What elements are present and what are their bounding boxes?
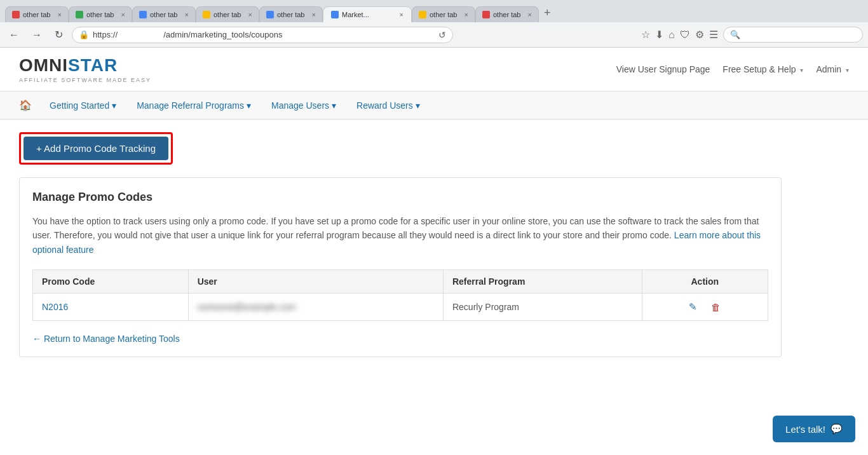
- tab-close-12[interactable]: ×: [528, 11, 532, 18]
- table-row: N2016 someone@example.com Recurly Progra…: [33, 294, 768, 321]
- tab-favicon-1: [12, 11, 20, 18]
- logo-tagline: AFFILIATE SOFTWARE MADE EASY: [19, 77, 151, 83]
- address-bar: ← → ↻ 🔒 ↺ ☆ ⬇ ⌂ 🛡 ⚙ ☰ 🔍: [0, 22, 868, 47]
- extensions-icon[interactable]: ⚙: [695, 29, 704, 41]
- edit-button[interactable]: ✎: [685, 300, 701, 314]
- new-tab-button[interactable]: +: [539, 4, 556, 22]
- panel-title: Manage Promo Codes: [32, 191, 768, 204]
- admin-dropdown-arrow: ▾: [846, 67, 849, 74]
- reload-icon[interactable]: ↺: [438, 30, 446, 40]
- logo-omni: OMNI: [19, 55, 68, 75]
- referral-program-cell: Recurly Program: [443, 294, 642, 321]
- admin-link[interactable]: Admin ▾: [816, 64, 849, 74]
- browser-tab-4[interactable]: other tab ×: [196, 6, 259, 22]
- home-icon[interactable]: ⌂: [668, 29, 675, 41]
- logo: OMNISTAR AFFILIATE SOFTWARE MADE EASY: [19, 55, 151, 83]
- tab-favicon-3: [139, 11, 147, 18]
- browser-tab-11[interactable]: other tab ×: [412, 6, 475, 22]
- forward-button[interactable]: →: [28, 27, 46, 43]
- header-nav: View User Signup Page Free Setup & Help …: [616, 64, 849, 74]
- free-setup-dropdown-arrow: ▾: [800, 67, 803, 74]
- tab-favicon-11: [419, 11, 426, 18]
- user-email: someone@example.com: [198, 302, 296, 312]
- tab-close-active[interactable]: ×: [400, 11, 403, 18]
- nav-getting-started[interactable]: Getting Started ▾: [41, 93, 125, 118]
- browser-tab-3[interactable]: other tab ×: [132, 6, 196, 22]
- page-content: + Add Promo Code Tracking Manage Promo C…: [0, 119, 868, 370]
- table-header: Promo Code User Referral Program Action: [33, 270, 768, 294]
- tab-close-11[interactable]: ×: [465, 11, 468, 18]
- tab-label-11: other tab: [430, 11, 457, 18]
- menu-icon[interactable]: ☰: [709, 29, 718, 41]
- shield-icon[interactable]: 🛡: [680, 29, 690, 41]
- browser-tab-1[interactable]: other tab ×: [5, 6, 69, 22]
- tab-close-5[interactable]: ×: [312, 11, 316, 18]
- tab-label-active: Market...: [342, 11, 369, 18]
- manage-promo-panel: Manage Promo Codes You have the option t…: [19, 177, 782, 357]
- search-icon: 🔍: [730, 30, 740, 39]
- tab-favicon-12: [482, 11, 490, 18]
- user-cell: someone@example.com: [188, 294, 443, 321]
- bookmark-icon[interactable]: ☆: [641, 29, 650, 41]
- tab-label-4: other tab: [214, 11, 241, 18]
- browser-tab-5[interactable]: other tab ×: [259, 6, 323, 22]
- col-referral-program: Referral Program: [443, 270, 642, 294]
- tab-favicon-2: [76, 11, 83, 18]
- tab-label-5: other tab: [277, 11, 304, 18]
- back-to-marketing-link[interactable]: ← Return to Manage Marketing Tools: [32, 334, 180, 344]
- app-header: OMNISTAR AFFILIATE SOFTWARE MADE EASY Vi…: [0, 48, 868, 92]
- manage-referral-dropdown-arrow: ▾: [247, 100, 251, 111]
- col-user: User: [188, 270, 443, 294]
- browser-tab-active[interactable]: Market... ×: [323, 6, 412, 22]
- search-input[interactable]: [744, 30, 856, 39]
- tab-favicon-active: [331, 11, 339, 18]
- promo-code-cell: N2016: [33, 294, 189, 321]
- url-input[interactable]: [93, 30, 435, 39]
- tab-favicon-4: [203, 11, 210, 18]
- back-link-container: ← Return to Manage Marketing Tools: [32, 334, 768, 344]
- getting-started-dropdown-arrow: ▾: [112, 100, 116, 111]
- browser-tab-12[interactable]: other tab ×: [475, 6, 539, 22]
- logo-star: STAR: [68, 55, 118, 75]
- add-promo-button[interactable]: + Add Promo Code Tracking: [24, 137, 168, 160]
- tab-label-1: other tab: [23, 11, 50, 18]
- back-button[interactable]: ←: [5, 27, 23, 43]
- tab-close-2[interactable]: ×: [121, 11, 125, 18]
- tab-label-2: other tab: [86, 11, 114, 18]
- tab-close-3[interactable]: ×: [185, 11, 189, 18]
- search-bar: 🔍: [723, 27, 863, 43]
- panel-description: You have the option to track users using…: [32, 214, 768, 257]
- add-promo-button-container: + Add Promo Code Tracking: [19, 132, 173, 165]
- main-nav: 🏠 Getting Started ▾ Manage Referral Prog…: [0, 92, 868, 119]
- free-setup-link[interactable]: Free Setup & Help ▾: [722, 64, 803, 74]
- tab-label-12: other tab: [493, 11, 520, 18]
- view-signup-link[interactable]: View User Signup Page: [616, 64, 710, 74]
- action-cell: ✎ 🗑: [642, 294, 768, 321]
- url-icons: ☆ ⬇ ⌂ 🛡 ⚙ ☰: [641, 29, 718, 41]
- manage-users-dropdown-arrow: ▾: [332, 100, 336, 111]
- home-nav-button[interactable]: 🏠: [13, 92, 38, 119]
- tab-favicon-5: [266, 11, 274, 18]
- col-action: Action: [642, 270, 768, 294]
- lock-icon: 🔒: [79, 30, 89, 39]
- nav-manage-users[interactable]: Manage Users ▾: [262, 93, 345, 118]
- tab-label-3: other tab: [150, 11, 177, 18]
- logo-text: OMNISTAR: [19, 55, 151, 76]
- download-icon[interactable]: ⬇: [655, 29, 663, 41]
- nav-reward-users[interactable]: Reward Users ▾: [348, 93, 429, 118]
- browser-tab-2[interactable]: other tab ×: [69, 6, 132, 22]
- tab-close-4[interactable]: ×: [248, 11, 252, 18]
- reward-users-dropdown-arrow: ▾: [416, 100, 420, 111]
- browser-chrome: other tab × other tab × other tab × othe…: [0, 0, 868, 48]
- delete-button[interactable]: 🗑: [707, 300, 724, 314]
- promo-codes-table: Promo Code User Referral Program Action …: [32, 269, 768, 321]
- promo-code-link[interactable]: N2016: [42, 302, 68, 312]
- table-body: N2016 someone@example.com Recurly Progra…: [33, 294, 768, 321]
- refresh-button[interactable]: ↻: [51, 26, 67, 43]
- nav-manage-referral[interactable]: Manage Referral Programs ▾: [128, 93, 260, 118]
- col-promo-code: Promo Code: [33, 270, 189, 294]
- tab-close-1[interactable]: ×: [58, 11, 62, 18]
- url-bar: 🔒 ↺: [72, 27, 453, 43]
- tab-bar: other tab × other tab × other tab × othe…: [0, 0, 868, 22]
